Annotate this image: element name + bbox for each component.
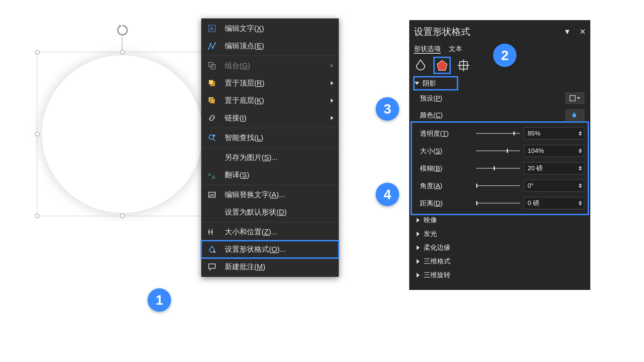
menu-item[interactable]: 设置形状格式(O)... — [201, 241, 339, 258]
section-label: 三维格式 — [424, 257, 450, 266]
svg-text:A: A — [210, 26, 214, 31]
svg-point-4 — [212, 47, 213, 49]
color-dropdown[interactable] — [566, 109, 584, 121]
menu-item[interactable]: 另存为图片(S)... — [201, 149, 339, 166]
edit-text-icon: A — [206, 22, 218, 35]
resize-handle[interactable] — [35, 50, 40, 55]
close-icon[interactable]: ✕ — [580, 27, 586, 36]
menu-item-label: 大小和位置(Z)... — [225, 227, 277, 237]
svg-point-14 — [213, 134, 215, 137]
size-position-icon — [206, 226, 218, 238]
resize-handle[interactable] — [35, 132, 40, 136]
transparency-slider[interactable] — [476, 130, 520, 137]
row-blur: 模糊(B) 20 磅 — [414, 160, 586, 177]
row-color: 颜色(C) — [414, 107, 586, 123]
callout-badge-3: 3 — [376, 97, 399, 121]
callout-badge-1: 1 — [148, 288, 171, 312]
format-shape-icon — [206, 243, 218, 255]
menu-item-label: 组合(G) — [225, 61, 250, 71]
section-label: 映像 — [424, 216, 437, 225]
callout-badge-2: 2 — [493, 44, 517, 67]
menu-item-label: 智能查找(L) — [225, 133, 263, 143]
menu-item-label: 另存为图片(S)... — [225, 153, 278, 163]
blank-icon — [206, 152, 218, 164]
menu-item[interactable]: A编辑文字(X) — [201, 20, 339, 37]
pane-menu-caret-icon[interactable]: ▼ — [564, 27, 571, 36]
svg-line-13 — [213, 139, 215, 141]
context-menu: A编辑文字(X)编辑顶点(E)组合(G)置于顶层(R)置于底层(K)链接(I)智… — [201, 18, 339, 277]
smart-lookup-icon — [206, 132, 218, 144]
resize-handle[interactable] — [35, 214, 40, 218]
new-comment-icon — [206, 261, 218, 273]
menu-item[interactable]: 设置为默认形状(D) — [201, 203, 339, 221]
section-header[interactable]: 三维旋转 — [414, 268, 586, 282]
menu-item[interactable]: 智能查找(L) — [201, 129, 339, 146]
menu-item[interactable]: 大小和位置(Z)... — [201, 223, 339, 241]
chevron-down-icon — [415, 82, 419, 85]
menu-item-label: 置于顶层(R) — [225, 78, 265, 88]
menu-item-label: 置于底层(K) — [225, 96, 264, 106]
svg-point-2 — [208, 48, 209, 50]
section-shadow-header[interactable]: 阴影 — [414, 77, 458, 90]
angle-slider[interactable] — [476, 182, 520, 189]
svg-rect-9 — [209, 80, 213, 84]
send-back-icon — [206, 95, 218, 107]
distance-slider[interactable] — [476, 200, 520, 206]
selection-bounding-box — [37, 52, 208, 216]
menu-item[interactable]: 链接(I) — [201, 109, 339, 127]
distance-input[interactable]: 0 磅 — [524, 197, 584, 209]
menu-item[interactable]: aあ翻译(S) — [201, 166, 339, 184]
group-icon — [206, 60, 218, 72]
menu-item[interactable]: 编辑替换文字(A)... — [201, 186, 339, 203]
blur-input[interactable]: 20 磅 — [524, 162, 584, 174]
section-header[interactable]: 映像 — [414, 213, 586, 227]
size-input[interactable]: 104% — [524, 145, 584, 157]
section-header[interactable]: 柔化边缘 — [414, 241, 586, 254]
blank-icon — [206, 206, 218, 218]
svg-marker-20 — [437, 60, 447, 70]
submenu-arrow-icon — [331, 116, 333, 120]
edit-points-icon — [206, 40, 218, 52]
menu-item[interactable]: 新建批注(M) — [201, 258, 339, 276]
preset-dropdown[interactable] — [566, 93, 584, 104]
translate-icon: aあ — [206, 169, 218, 181]
svg-point-5 — [215, 42, 216, 44]
row-angle: 角度(A) 0° — [414, 177, 586, 194]
menu-item-label: 设置为默认形状(D) — [225, 207, 287, 217]
rotate-handle-icon[interactable] — [116, 23, 129, 37]
section-label: 发光 — [424, 229, 437, 238]
menu-item[interactable]: 置于顶层(R) — [201, 74, 339, 92]
effects-category-icon[interactable] — [435, 59, 449, 72]
fill-line-category-icon[interactable] — [414, 59, 427, 72]
chevron-right-icon — [417, 218, 420, 223]
tab-text-options[interactable]: 文本 — [449, 45, 462, 52]
row-size: 大小(S) 104% — [414, 142, 586, 160]
menu-item-label: 编辑顶点(E) — [225, 41, 264, 51]
row-distance: 距离(D) 0 磅 — [414, 194, 586, 212]
section-header[interactable]: 三维格式 — [414, 254, 586, 268]
menu-item-label: 新建批注(M) — [225, 262, 265, 272]
angle-input[interactable]: 0° — [524, 180, 584, 192]
blur-slider[interactable] — [476, 165, 520, 172]
svg-point-3 — [210, 43, 211, 44]
chevron-right-icon — [417, 245, 420, 250]
svg-text:あ: あ — [212, 175, 216, 179]
shadow-settings-group: 透明度(T) 85% 大小(S) 104% 模糊(B) 20 磅 角度(A) — [413, 123, 587, 213]
size-slider[interactable] — [476, 147, 520, 154]
resize-handle[interactable] — [120, 214, 125, 218]
menu-item[interactable]: 置于底层(K) — [201, 92, 339, 109]
chevron-right-icon — [417, 273, 420, 278]
submenu-arrow-icon — [331, 99, 333, 103]
callout-badge-4: 4 — [376, 183, 399, 206]
resize-handle[interactable] — [120, 50, 125, 55]
section-header[interactable]: 发光 — [414, 227, 586, 241]
link-icon — [206, 112, 218, 124]
menu-item-label: 编辑文字(X) — [225, 23, 264, 34]
svg-rect-11 — [210, 99, 215, 104]
section-label: 阴影 — [423, 79, 436, 88]
transparency-input[interactable]: 85% — [524, 127, 584, 139]
tab-shape-options[interactable]: 形状选项 — [414, 45, 441, 54]
size-properties-category-icon[interactable] — [457, 59, 470, 72]
menu-item[interactable]: 编辑顶点(E) — [201, 37, 339, 55]
menu-item-label: 翻译(S) — [225, 170, 249, 180]
